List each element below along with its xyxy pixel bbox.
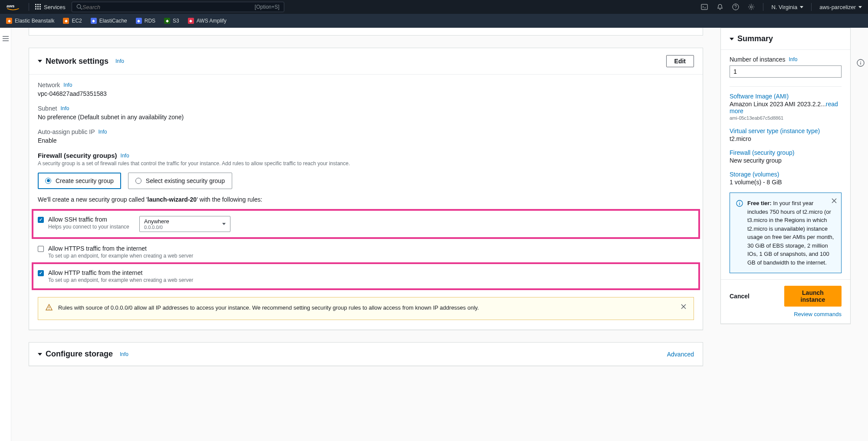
service-icon: ◆	[91, 18, 97, 24]
notifications-icon[interactable]	[716, 3, 724, 11]
summary-panel: Summary Number of instancesInfo Software…	[720, 28, 851, 324]
firewall-link[interactable]: Firewall (security group)	[730, 149, 842, 156]
divider	[763, 3, 763, 11]
collapse-icon[interactable]	[730, 38, 734, 40]
svg-rect-1	[35, 4, 36, 5]
info-link[interactable]: Info	[789, 56, 797, 62]
https-label: Allow HTTPS traffic from the internet	[48, 245, 193, 252]
instance-type-link[interactable]: Virtual server type (instance type)	[730, 127, 842, 134]
shortcut-amplify[interactable]: ◆AWS Amplify	[188, 18, 227, 24]
ssh-label: Allow SSH traffic from	[48, 216, 135, 223]
radio-create-sg[interactable]: Create security group	[38, 173, 121, 189]
svg-rect-2	[37, 4, 39, 5]
network-value: vpc-046827aad75351583	[38, 90, 694, 97]
svg-line-11	[80, 8, 82, 10]
side-panel-toggle[interactable]	[0, 28, 11, 441]
shortcut-ec2[interactable]: ◆EC2	[63, 18, 82, 24]
configure-storage-panel: Configure storage Info Advanced	[29, 342, 703, 366]
launch-instance-button[interactable]: Launch instance	[784, 286, 842, 307]
settings-icon[interactable]	[747, 3, 755, 11]
summary-title: Summary	[737, 34, 773, 43]
num-instances-input[interactable]	[730, 65, 842, 78]
divider	[811, 3, 812, 11]
free-tier-infobox: Free tier: In your first year includes 7…	[730, 193, 842, 273]
search-input[interactable]	[82, 4, 255, 10]
http-label: Allow HTTP traffic from the internet	[48, 269, 193, 276]
info-link[interactable]: Info	[99, 129, 107, 135]
svg-point-14	[750, 6, 753, 8]
divider	[730, 86, 842, 87]
checkbox-http[interactable]	[38, 270, 44, 276]
ssh-desc: Helps you connect to your instance	[48, 224, 135, 230]
collapse-icon[interactable]	[38, 60, 42, 62]
info-link[interactable]: Info	[121, 153, 129, 159]
shortcuts-bar: ◆Elastic Beanstalk ◆EC2 ◆ElastiCache ◆RD…	[0, 14, 868, 28]
collapse-icon[interactable]	[38, 353, 42, 356]
services-menu[interactable]: Services	[35, 4, 66, 10]
service-icon: ◆	[188, 18, 194, 24]
subnet-value: No preference (Default subnet in any ava…	[38, 114, 694, 121]
svg-text:aws: aws	[7, 3, 15, 8]
svg-rect-12	[701, 4, 707, 10]
shortcut-s3[interactable]: ◆S3	[164, 18, 179, 24]
subnet-label: Subnet	[38, 105, 57, 112]
help-icon[interactable]	[732, 3, 740, 11]
info-link[interactable]: Info	[60, 105, 69, 111]
help-panel-toggle[interactable]	[857, 59, 865, 68]
cloudshell-icon[interactable]	[700, 3, 708, 11]
advanced-link[interactable]: Advanced	[667, 351, 694, 358]
autoip-value: Enable	[38, 137, 694, 144]
grid-icon	[35, 4, 41, 10]
highlight-http: Allow HTTP traffic from the internet To …	[32, 262, 700, 290]
info-link[interactable]: Info	[63, 82, 72, 88]
edit-button[interactable]: Edit	[666, 55, 694, 67]
service-icon: ◆	[63, 18, 69, 24]
https-desc: To set up an endpoint, for example when …	[48, 253, 193, 259]
cancel-button[interactable]: Cancel	[730, 293, 750, 300]
firewall-value: New security group	[730, 157, 842, 164]
storage-link[interactable]: Storage (volumes)	[730, 171, 842, 178]
top-nav: aws Services [Option+S] N. Virginia aws-…	[0, 0, 868, 14]
panel-title: Network settings	[46, 57, 108, 66]
ami-id: ami-05c13eab67c5d8861	[730, 115, 842, 121]
instance-type-value: t2.micro	[730, 135, 842, 142]
service-icon: ◆	[6, 18, 12, 24]
panel-title: Configure storage	[46, 350, 113, 359]
shortcut-rds[interactable]: ◆RDS	[136, 18, 155, 24]
info-icon	[736, 200, 743, 209]
ami-link[interactable]: Software Image (AMI)	[730, 93, 842, 100]
account-selector[interactable]: aws-parcelizer	[819, 4, 862, 10]
divider	[29, 3, 29, 11]
sg-create-text: We'll create a new security group called…	[38, 196, 694, 203]
info-link[interactable]: Info	[120, 351, 128, 357]
chevron-down-icon	[800, 6, 803, 8]
svg-point-10	[77, 4, 81, 8]
highlight-ssh: Allow SSH traffic from Helps you connect…	[32, 209, 700, 239]
svg-rect-7	[35, 8, 36, 10]
storage-value: 1 volume(s) - 8 GiB	[730, 179, 842, 186]
svg-rect-4	[35, 6, 36, 7]
svg-rect-8	[37, 8, 39, 10]
warning-open-cidr: Rules with source of 0.0.0.0/0 allow all…	[38, 297, 694, 320]
search-box[interactable]: [Option+S]	[72, 2, 284, 12]
shortcut-elasticache[interactable]: ◆ElastiCache	[91, 18, 127, 24]
ssh-source-select[interactable]: Anywhere 0.0.0.0/0	[139, 216, 230, 232]
radio-select-sg[interactable]: Select existing security group	[128, 173, 232, 189]
network-settings-panel: Network settings Info Edit NetworkInfo v…	[29, 48, 703, 330]
region-selector[interactable]: N. Virginia	[771, 4, 803, 10]
checkbox-ssh[interactable]	[38, 217, 44, 223]
http-desc: To set up an endpoint, for example when …	[48, 277, 193, 283]
review-commands-link[interactable]: Review commands	[730, 311, 842, 317]
search-icon	[76, 4, 82, 10]
svg-point-19	[49, 309, 49, 310]
close-icon[interactable]	[832, 197, 837, 206]
chevron-down-icon	[222, 223, 226, 225]
shortcut-elastic-beanstalk[interactable]: ◆Elastic Beanstalk	[6, 18, 54, 24]
info-link[interactable]: Info	[115, 58, 124, 64]
previous-panel-edge	[29, 28, 703, 36]
checkbox-https[interactable]	[38, 246, 44, 252]
aws-logo[interactable]: aws	[6, 3, 20, 11]
radio-icon	[135, 178, 141, 184]
close-icon[interactable]	[681, 304, 687, 312]
search-shortcut: [Option+S]	[255, 4, 279, 10]
